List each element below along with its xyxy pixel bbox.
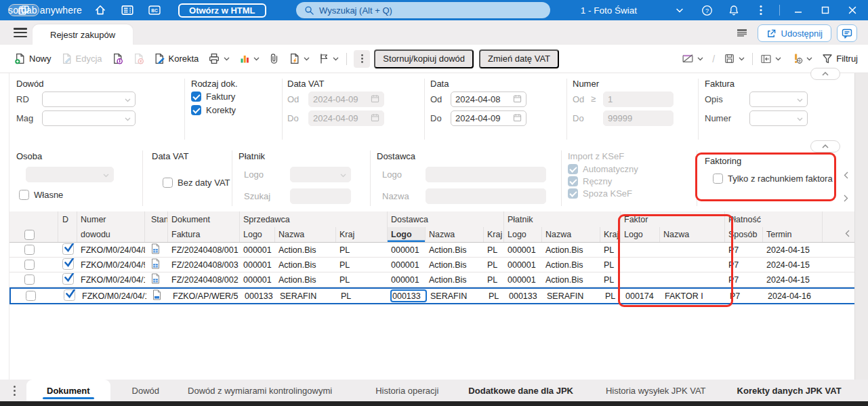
bottom-tab-korekty-jpk[interactable]: Korekty danych JPK VAT [725,386,854,396]
more-menu-icon[interactable] [752,1,770,19]
cell-dostawca-nazwa[interactable]: SERAFIN [427,291,485,301]
settings-alert-button[interactable] [786,49,817,69]
cell-sprzedawca-nazwa[interactable]: SERAFIN [276,291,337,301]
cell-sprzedawca-logo[interactable]: 000001 [240,275,275,285]
prev-filter-page-icon[interactable] [842,171,850,179]
new-document-button[interactable]: Nowy [9,49,56,69]
row-select-checkbox[interactable] [24,260,35,270]
cell-dostawca-kraj[interactable]: PL [484,245,504,255]
company-chevron-down-icon[interactable] [671,1,688,19]
col-platnik-nazwa[interactable]: Nazwa [542,227,600,242]
cell-sprzedawca-logo[interactable]: 000001 [240,260,275,270]
cell-numer-dowodu[interactable]: FZKO/M0/24/04/8 [77,245,145,255]
next-filter-page-icon[interactable] [842,194,850,202]
col-dowodu[interactable]: dowodu [77,227,145,242]
news-icon[interactable] [119,2,136,18]
cell-sposob[interactable]: P7 [725,260,763,270]
colgroup-platnosc[interactable]: Płatność [725,211,823,227]
comment-button[interactable] [837,24,857,42]
table-row[interactable]: FZKO/M0/24/04/9 FZ/20240408/003 000001 A… [9,258,855,272]
col-sprzedawca-kraj[interactable]: Kraj [336,227,388,242]
cell-dostawca-nazwa[interactable]: Action.Bis [426,260,484,270]
korekta-button[interactable]: Korekta [149,49,204,69]
cell-sprzedawca-nazwa[interactable]: Action.Bis [275,260,336,270]
delete-document-button[interactable] [128,49,149,69]
bottom-tab-dokument[interactable]: Dokument [26,380,110,401]
cell-platnik-kraj[interactable]: PL [600,275,621,285]
faktoring-checkbox-row[interactable]: Tylko z rachunkiem faktora [713,174,846,184]
cell-numer-dowodu[interactable]: FZKO/M0/24/04/9 [77,260,145,270]
osoba-select[interactable] [26,167,114,182]
open-in-html-button[interactable]: Otwórz w HTML [178,3,266,18]
maximize-button[interactable] [817,1,834,19]
collapse-filters-button-2[interactable] [810,140,840,153]
table-row[interactable]: FZKO/M0/24/04/8 FZ/20240408/001 000001 A… [9,243,855,258]
bottom-tab-dowod-wymiary[interactable]: Dowód z wymiarami kontrolingowymi [175,386,344,396]
cell-sprzedawca-kraj[interactable]: PL [336,275,388,285]
wlasne-checkbox-row[interactable]: Własne [19,190,63,200]
wlasne-checkbox[interactable] [19,190,29,200]
ksef-automatyczny-row[interactable]: Automatyczny [568,164,638,174]
zmien-date-vat-button[interactable]: Zmień datę VAT [479,49,559,68]
cell-termin[interactable]: 2024-04-15 [763,245,823,255]
cell-sprzedawca-nazwa[interactable]: Action.Bis [275,275,336,285]
more-toolbar-actions-button[interactable] [354,50,370,68]
bottom-tabs-more-icon[interactable] [14,386,16,396]
notifications-bell-icon[interactable] [725,1,743,19]
col-dokument[interactable]: Dokument [168,211,240,227]
data-od-input[interactable]: 2024-04-08 [451,92,526,107]
company-selector-label[interactable]: 1 - Foto Świat [581,5,637,16]
col-faktor-nazwa[interactable]: Nazwa [660,227,725,242]
bottom-tab-historia-operacji[interactable]: Historia operacji [363,386,451,396]
dostawca-nazwa-input[interactable] [426,188,546,204]
numer-do-input[interactable]: 99999 [603,110,674,126]
cell-platnik-logo[interactable]: 000001 [504,275,542,285]
cell-sposob[interactable]: P7 [725,245,763,255]
col-dostawca-logo-sorted[interactable]: Logo [388,227,426,242]
cell-sprzedawca-kraj[interactable]: PL [336,260,388,270]
collapse-filters-button[interactable] [810,68,840,80]
cell-sprzedawca-kraj[interactable]: PL [336,245,388,255]
ksef-reczny-row[interactable]: Ręczny [568,176,612,186]
select-all-checkbox[interactable] [24,230,35,240]
print-button[interactable] [203,49,234,69]
cell-platnik-nazwa[interactable]: Action.Bis [542,245,600,255]
flag-button[interactable] [314,49,344,69]
faktury-checkbox[interactable] [191,92,201,102]
faktoring-checkbox[interactable] [713,174,723,184]
row-select-checkbox[interactable] [24,275,35,285]
faktura-numer-select[interactable] [749,110,808,126]
cell-dostawca-nazwa[interactable]: Action.Bis [426,245,484,255]
colgroup-platnik[interactable]: Płatnik [504,211,621,227]
stornuj-button[interactable]: Stornuj/kopiuj dowód [374,49,474,68]
cell-faktura[interactable]: FZKO/AP/WER/5 [169,291,241,301]
data-do-input[interactable]: 2024-04-09 [451,110,526,126]
data-vat-do-input[interactable]: 2024-04-09 [308,110,384,126]
tab-rejestr-zakupow[interactable]: Rejestr zakupów [33,24,133,45]
table-row[interactable]: FZKO/M0/24/04/10 FZ/20240408/002 000001 … [9,272,855,287]
col-numer[interactable]: Numer [77,211,145,227]
mail-button[interactable] [677,49,708,69]
col-stan[interactable]: Stan [145,211,168,227]
close-button[interactable] [844,1,861,19]
cell-platnik-nazwa[interactable]: Action.Bis [542,275,600,285]
focused-cell-dostawca-logo[interactable]: 000133 [390,289,427,302]
cell-platnik-logo[interactable]: 000001 [504,260,542,270]
col-sprzedawca-logo[interactable]: Logo [240,227,275,242]
ksef-spoza-checkbox[interactable] [568,188,578,199]
cell-sprzedawca-logo[interactable]: 000001 [240,245,275,255]
ksef-spoza-row[interactable]: Spoza KSeF [568,188,632,199]
table-row-selected[interactable]: FZKO/M0/24/04/11 FZKO/AP/WER/5 000133 SE… [9,287,855,304]
cell-platnik-logo[interactable]: 000133 [505,291,543,301]
platnik-szukaj-input[interactable] [290,188,351,204]
data-vat-od-input[interactable]: 2024-04-09 [308,92,384,107]
cell-sprzedawca-nazwa[interactable]: Action.Bis [275,245,336,255]
bc-icon[interactable]: BC [146,2,163,18]
edit-button[interactable]: Edycja [56,49,107,69]
faktury-checkbox-row[interactable]: Faktury [191,92,235,102]
attachment-button[interactable] [264,49,284,69]
cell-faktor-nazwa[interactable]: FAKTOR I [661,291,726,301]
cell-dostawca-kraj[interactable]: PL [484,275,504,285]
cell-numer-dowodu[interactable]: FZKO/M0/24/04/10 [77,275,145,285]
hamburger-menu-icon[interactable] [14,28,27,37]
